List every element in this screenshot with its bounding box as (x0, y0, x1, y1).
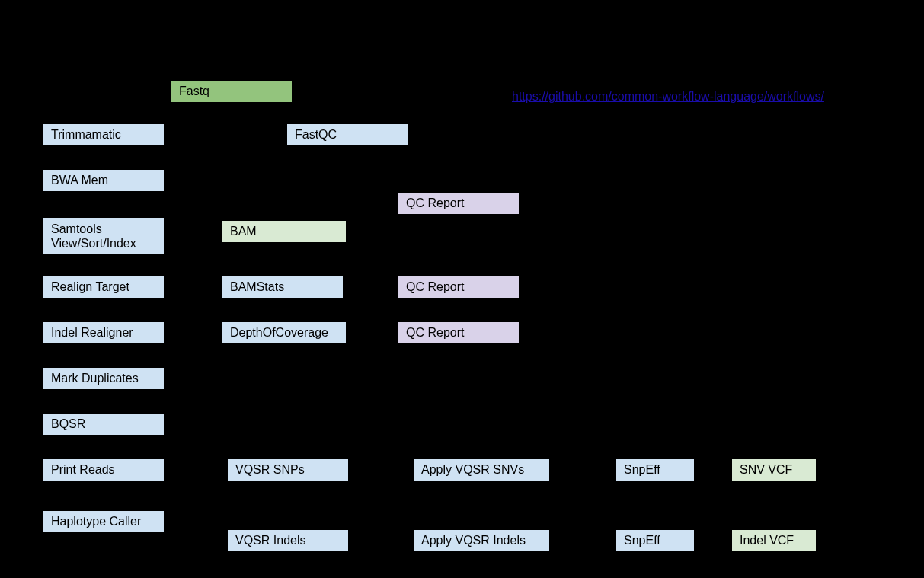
node-qc-report-2: QC Report (398, 276, 520, 299)
node-snpeff-1: SnpEff (615, 458, 695, 481)
node-vqsr-snps: VQSR SNPs (227, 458, 349, 481)
node-qc-report-1: QC Report (398, 192, 520, 215)
github-link[interactable]: https://github.com/common-workflow-langu… (512, 90, 824, 104)
node-indel-realigner: Indel Realigner (43, 321, 165, 344)
node-bqsr: BQSR (43, 413, 165, 436)
node-fastq: Fastq (171, 80, 293, 103)
node-bwa-mem: BWA Mem (43, 169, 165, 192)
node-snpeff-2: SnpEff (615, 529, 695, 552)
node-samtools: Samtools View/Sort/Index (43, 217, 165, 255)
node-trimmamatic: Trimmamatic (43, 123, 165, 146)
node-vqsr-indels: VQSR Indels (227, 529, 349, 552)
node-depth-of-coverage: DepthOfCoverage (222, 321, 347, 344)
node-bam: BAM (222, 220, 347, 243)
node-bamstats: BAMStats (222, 276, 344, 299)
node-indel-vcf: Indel VCF (731, 529, 817, 552)
node-apply-vqsr-snvs: Apply VQSR SNVs (413, 458, 550, 481)
node-print-reads: Print Reads (43, 458, 165, 481)
node-realign-target: Realign Target (43, 276, 165, 299)
node-haplotype-caller: Haplotype Caller (43, 510, 165, 533)
node-apply-vqsr-indels: Apply VQSR Indels (413, 529, 550, 552)
node-snv-vcf: SNV VCF (731, 458, 817, 481)
node-mark-duplicates: Mark Duplicates (43, 367, 165, 390)
node-fastqc: FastQC (286, 123, 408, 146)
node-qc-report-3: QC Report (398, 321, 520, 344)
